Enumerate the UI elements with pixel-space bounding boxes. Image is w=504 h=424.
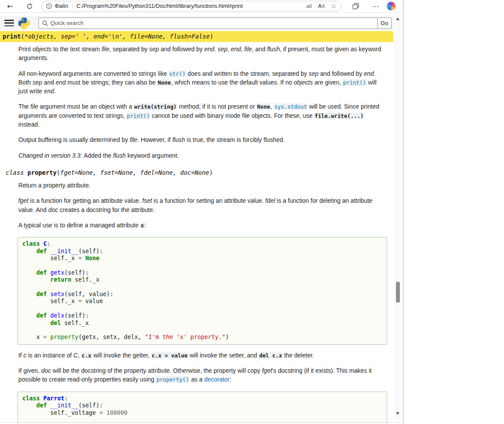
text-segment: instead. <box>18 121 39 128</box>
collections-button[interactable] <box>350 1 361 11</box>
text-segment: the deleter. <box>283 352 314 359</box>
text-segment: delx <box>50 312 64 319</box>
scroll-thumb[interactable] <box>396 282 400 303</box>
site-info-icon[interactable] <box>46 3 52 9</box>
text-segment: x <box>140 222 144 229</box>
text-segment: end <box>231 46 241 53</box>
paragraph: If c is an instance of C, c.x will invok… <box>18 351 385 360</box>
text-segment: sep <box>218 46 228 53</box>
favorite-star-icon[interactable]: ☆ <box>331 3 336 10</box>
text-segment: C <box>43 240 47 247</box>
text-segment: c.x = value <box>151 352 188 359</box>
text-segment: and <box>42 79 56 86</box>
text-segment: Return a property attribute. <box>18 182 91 189</box>
text-segment <box>22 402 36 409</box>
text-segment: __init__ <box>50 248 78 254</box>
url-text: C:/Program%20Files/Python311/Doc/html/li… <box>77 3 300 9</box>
text-segment: property <box>50 334 78 340</box>
text-segment: is an instance of <box>26 352 73 359</box>
text-segment <box>22 276 50 283</box>
paragraph: If given, doc will be the docstring of t… <box>18 367 385 385</box>
menu-icon[interactable] <box>4 20 14 26</box>
text-segment: None <box>158 79 172 86</box>
search-icon <box>42 20 48 26</box>
text-segment: = <box>99 410 103 416</box>
paragraph: Changed in version 3.3: Added the flush … <box>18 152 385 160</box>
text-segment <box>22 291 36 297</box>
text-segment: fget=None, fset=None, fdel=None, doc=Non… <box>60 169 210 176</box>
text-segment: to the text stream <box>52 46 102 53</box>
text-segment: (self): <box>78 248 103 254</box>
text-segment: as a <box>189 376 204 383</box>
text-segment: creates a docstring for the attribute. <box>58 207 155 213</box>
text-segment: (self, value): <box>64 291 113 297</box>
text-segment: file <box>130 137 137 143</box>
address-bar[interactable]: Файл | C:/Program%20Files/Python311/Doc/… <box>41 1 341 11</box>
text-segment: write(string) <box>134 103 177 110</box>
text-segment <box>47 291 50 297</box>
text-segment: end <box>204 46 214 53</box>
text-segment: self._x <box>22 298 78 304</box>
text-segment: file.write(...) <box>314 113 364 119</box>
file-scheme-label: Файл <box>55 3 68 9</box>
text-segment: end <box>364 71 374 77</box>
refresh-button[interactable] <box>24 1 35 11</box>
text-segment: A typical use is to define a managed att… <box>18 222 140 229</box>
text-segment: file <box>102 46 109 53</box>
doc-content: print(*objects, sep=' ', end='\n', file=… <box>0 31 393 424</box>
text-segment: , which means to use the default values.… <box>171 79 294 86</box>
search-input[interactable] <box>38 18 378 29</box>
text-segment <box>47 312 50 319</box>
collections-icon <box>352 3 359 10</box>
text-segment: doc <box>48 207 58 213</box>
go-button[interactable]: Go <box>377 18 392 29</box>
scroll-up-icon[interactable] <box>396 18 399 20</box>
more-icon: ⋯ <box>372 2 379 11</box>
code-reference-link[interactable]: property() <box>156 376 189 383</box>
text-segment: , <box>228 46 231 53</box>
text-segment: file <box>31 103 38 110</box>
text-segment: C <box>74 352 78 359</box>
code-reference-link[interactable]: print() <box>343 79 366 86</box>
back-button[interactable]: ← <box>4 1 16 11</box>
text-segment: = <box>78 298 82 304</box>
text-segment <box>22 269 36 276</box>
text-segment: Parrot <box>43 395 64 402</box>
text-segment: will invoke the getter, <box>92 352 151 359</box>
text-segment: : <box>64 395 68 402</box>
text-segment: __init__ <box>50 402 78 409</box>
text-segment: fset <box>142 198 152 204</box>
text-segment: *objects, sep=' ', end='\n', file=None, … <box>24 33 210 40</box>
more-menu-button[interactable]: ⋯ <box>370 1 381 11</box>
text-segment: print <box>3 33 21 40</box>
text-segment: fdel <box>266 198 275 204</box>
text-segment: flush <box>267 46 280 53</box>
read-aloud-waves-icon <box>322 4 325 9</box>
text-segment: ) <box>209 169 213 176</box>
scroll-down-icon[interactable] <box>396 412 399 415</box>
python-logo[interactable] <box>18 17 31 30</box>
text-segment: and followed by <box>159 46 204 53</box>
text-segment: objects <box>32 46 52 53</box>
text-segment: : <box>144 222 146 229</box>
code-reference-link[interactable]: sys.stdout <box>274 103 308 110</box>
text-segment: self._x <box>61 320 89 326</box>
copilot-icon[interactable] <box>387 2 396 11</box>
text-segment <box>22 312 36 319</box>
code-reference-link[interactable]: print() <box>126 113 150 119</box>
property-signature: class property(fget=None, fset=None, fde… <box>0 167 393 178</box>
window-right-border <box>403 0 403 424</box>
text-segment: : <box>47 240 50 247</box>
translate-icon[interactable]: аб <box>306 4 312 9</box>
text-segment: self._voltage <box>22 410 99 416</box>
text-segment: argument must be an object with a <box>38 103 134 110</box>
read-aloud-icon[interactable]: A <box>318 3 325 9</box>
scrollbar-track[interactable] <box>394 14 402 420</box>
text-segment: file <box>244 46 252 53</box>
back-icon: ← <box>7 2 13 11</box>
text-segment: = <box>78 255 82 261</box>
code-reference-link[interactable]: str() <box>169 71 186 77</box>
text-link[interactable]: decorator <box>204 376 230 383</box>
text-segment <box>40 395 43 402</box>
text-segment: class <box>22 395 40 402</box>
